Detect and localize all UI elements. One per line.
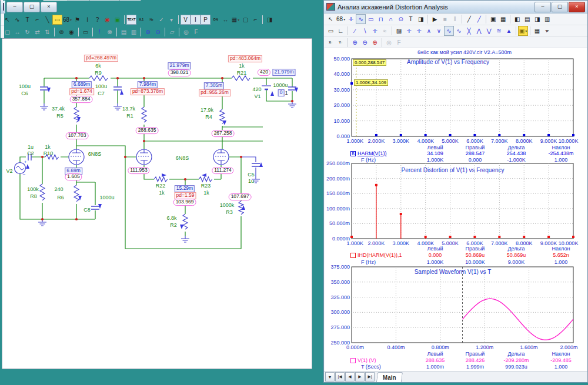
info-mode-icon[interactable]: i: [82, 15, 92, 25]
node-states-icon[interactable]: ✓: [156, 15, 166, 25]
select-mode-icon[interactable]: ↖: [326, 14, 336, 24]
zoom-in-icon[interactable]: ⊕: [143, 27, 153, 37]
close-button[interactable]: ×: [41, 2, 57, 12]
low-icon[interactable]: ⋁: [484, 26, 494, 36]
folder-icon[interactable]: ▱: [167, 27, 177, 37]
flip-x-icon[interactable]: ⇄: [32, 27, 42, 37]
tab-main[interactable]: Main: [376, 372, 403, 382]
tab-info[interactable]: Info: [119, 0, 142, 1]
copy-picture-icon[interactable]: ▤: [119, 27, 129, 37]
point-to-point-icon[interactable]: ◉: [102, 15, 112, 25]
search-icon[interactable]: ◉: [66, 27, 76, 37]
high-icon[interactable]: ⋀: [474, 26, 484, 36]
node-numbers-icon[interactable]: №: [146, 15, 156, 25]
numeric-output-icon[interactable]: ▦: [532, 26, 542, 36]
x-axis-icon[interactable]: ▭: [326, 26, 336, 36]
help-mode-icon[interactable]: ?: [92, 15, 102, 25]
peak-icon[interactable]: ∧: [424, 26, 434, 36]
next-wave-icon[interactable]: ∿: [444, 26, 454, 36]
y-axis-icon[interactable]: ∟: [336, 26, 346, 36]
select-mode-icon[interactable]: ↖: [2, 15, 12, 25]
zoom-in-icon[interactable]: ⊕: [350, 38, 360, 48]
scale-x-icon[interactable]: X↑: [326, 38, 336, 48]
format-icon[interactable]: 'P': [542, 26, 552, 36]
select-region-icon[interactable]: ▢: [2, 27, 12, 37]
conditions-icon[interactable]: ON: [211, 15, 220, 25]
titlebar[interactable]: Анализ искажений Distortion Analysis –▢×: [324, 1, 587, 14]
grid-icon[interactable]: ▦: [498, 14, 508, 24]
restore-icon[interactable]: ◎: [384, 38, 394, 48]
zoom-out-icon[interactable]: ⊖: [360, 38, 370, 48]
amplitude-icon[interactable]: ∿: [356, 14, 366, 24]
move-icon[interactable]: ↔: [12, 27, 22, 37]
dashed-line-icon[interactable]: ╱: [474, 14, 484, 24]
flip-y-icon[interactable]: ⇅: [42, 27, 52, 37]
line-mode-icon[interactable]: ╲: [42, 15, 52, 25]
prev-wave-icon[interactable]: ∿: [454, 26, 464, 36]
rotate-icon[interactable]: ↻: [22, 27, 32, 37]
tab-main[interactable]: Main: [43, 0, 69, 1]
copy-page-icon[interactable]: ▥: [129, 27, 139, 37]
nav-button-3[interactable]: ▶: [355, 372, 365, 381]
zoom-area-icon[interactable]: ⊕: [370, 38, 380, 48]
world-icon[interactable]: ◎: [181, 27, 191, 37]
properties-icon[interactable]: ◨: [416, 14, 426, 24]
zoom-out-icon[interactable]: ⊖: [153, 27, 163, 37]
find-part-icon[interactable]: ⊚: [56, 27, 66, 37]
line-mode-icon[interactable]: ╱: [464, 14, 474, 24]
function-icon[interactable]: F: [191, 27, 201, 37]
scale-y-icon[interactable]: Y↑: [336, 38, 346, 48]
info-icon[interactable]: !: [95, 27, 105, 37]
run-icon[interactable]: ▶: [430, 14, 440, 24]
panel-rows-icon[interactable]: ▤: [522, 14, 532, 24]
maximize-button[interactable]: ▢: [552, 2, 568, 12]
panel-left-icon[interactable]: ◧: [512, 14, 522, 24]
slope-icon[interactable]: ╳: [464, 26, 474, 36]
tag-curve-icon[interactable]: ≈: [380, 26, 390, 36]
cursor-left-icon[interactable]: ∕: [350, 26, 360, 36]
error-icon[interactable]: ⊗: [105, 27, 115, 37]
panel-cols-icon[interactable]: ▥: [542, 14, 552, 24]
tag-vertical-icon[interactable]: ✛: [414, 26, 424, 36]
text-mode-icon[interactable]: T: [406, 14, 416, 24]
currents-icon[interactable]: I: [191, 15, 201, 25]
nav-button-1[interactable]: |◀: [335, 372, 345, 381]
node-voltages-icon[interactable]: V: [181, 15, 191, 25]
flag-mode-icon[interactable]: ⚑: [72, 15, 82, 25]
polar-icon[interactable]: ⊙: [396, 14, 406, 24]
text-mode-icon[interactable]: T: [22, 15, 32, 25]
colors-icon[interactable]: ▣▾: [518, 26, 528, 36]
power-icon[interactable]: P: [201, 15, 211, 25]
maximize-button[interactable]: ▢: [24, 2, 40, 12]
slide-show-icon[interactable]: ▭: [81, 27, 91, 37]
border-icon[interactable]: ▢: [240, 15, 250, 25]
tab-text[interactable]: Text: [68, 0, 92, 1]
data-points-icon[interactable]: ▭: [366, 14, 376, 24]
pause-icon[interactable]: ‖: [450, 14, 460, 24]
titlebar[interactable]: C:\MC9\DATA\6н8с как мой усил 420V.cir –…: [1, 1, 5, 14]
nav-button-4[interactable]: ▶|: [365, 372, 375, 381]
region-icon[interactable]: ▣: [112, 15, 122, 25]
nav-button-2[interactable]: ◀: [345, 372, 355, 381]
plot-canvas[interactable]: [325, 48, 587, 371]
minimize-button[interactable]: –: [6, 2, 23, 12]
smith-chart-icon[interactable]: ∩: [386, 14, 396, 24]
schematic-canvas[interactable]: [2, 38, 312, 369]
find-component-icon[interactable]: 68▾: [62, 15, 72, 25]
add-curve-icon[interactable]: 68▾: [336, 14, 346, 24]
cursor-right-icon[interactable]: ∖: [360, 26, 370, 36]
function-icon[interactable]: F: [394, 38, 404, 48]
wire-ortho-mode-icon[interactable]: ⌐: [32, 15, 42, 25]
minimize-button[interactable]: –: [534, 2, 551, 12]
stop-icon[interactable]: ■: [440, 14, 450, 24]
cross-hair-icon[interactable]: ⌐: [250, 15, 260, 25]
nav-button-0[interactable]: ▼: [325, 372, 335, 381]
global-icon[interactable]: ▲: [504, 26, 514, 36]
go-to-x-icon[interactable]: ▨: [394, 26, 404, 36]
valley-icon[interactable]: ∨: [434, 26, 444, 36]
frame-icon[interactable]: ▣: [488, 14, 498, 24]
cursor-both-icon[interactable]: ✛: [370, 26, 380, 36]
wire-mode-icon[interactable]: ∿: [12, 15, 22, 25]
close-button[interactable]: ×: [569, 2, 585, 12]
step-icon[interactable]: ⊓: [376, 14, 386, 24]
